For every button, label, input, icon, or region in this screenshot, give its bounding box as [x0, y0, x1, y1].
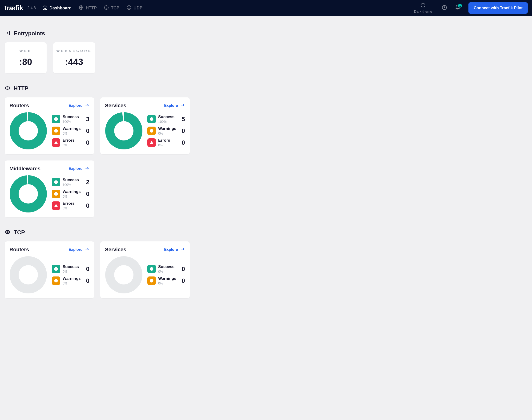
svg-point-32 [110, 261, 138, 289]
svg-point-19 [14, 180, 42, 208]
donut-chart [105, 112, 143, 150]
svg-rect-18 [151, 143, 152, 144]
stat-row-errors: Errors 0% 0 [52, 138, 90, 147]
brand-logo: træfik [4, 4, 23, 12]
stat-count: 0 [86, 277, 90, 285]
donut-chart [9, 112, 47, 150]
stat-count: 5 [182, 116, 185, 123]
svg-point-27 [14, 261, 42, 289]
entrypoint-port: :443 [65, 57, 83, 67]
stat-row-warnings: Warnings 0% 0 [147, 126, 185, 135]
entrypoint-card[interactable]: WEB :80 [5, 42, 47, 74]
success-icon [52, 265, 60, 273]
errors-icon [52, 201, 60, 210]
explore-link[interactable]: Explore [69, 103, 90, 108]
connect-pilot-button[interactable]: Connect with Traefik Pilot [469, 2, 528, 14]
stat-label: Warnings [158, 276, 179, 281]
stat-percent: 100% [63, 183, 84, 187]
stat-count: 0 [86, 190, 90, 198]
explore-link[interactable]: Explore [69, 166, 90, 172]
entrypoints-row: WEB :80 WEBSECURE :443 [5, 42, 285, 74]
warnings-icon [52, 127, 60, 135]
svg-rect-8 [56, 130, 56, 131]
globe-icon [5, 85, 10, 92]
svg-point-5 [14, 117, 42, 145]
topbar: træfik 2.4.8 Dashboard HTTP TCP UDP [0, 0, 532, 16]
theme-toggle[interactable]: Dark theme [414, 3, 432, 14]
card-title: Middlewares [9, 166, 41, 172]
explore-label: Explore [164, 104, 178, 108]
stats-card: Middlewares Explore Success 100% 2 Warni… [5, 161, 94, 217]
stat-row-success: Success 100% 2 [52, 178, 90, 187]
card-title: Routers [9, 103, 29, 109]
explore-link[interactable]: Explore [164, 103, 185, 108]
svg-rect-9 [56, 132, 56, 132]
svg-rect-15 [151, 130, 152, 131]
stat-count: 0 [86, 265, 90, 273]
stat-label: Success [158, 115, 179, 119]
stat-row-success: Success 0% 0 [147, 265, 185, 273]
warnings-icon [147, 127, 156, 135]
stat-percent: 0% [63, 206, 84, 210]
udp-icon [126, 5, 132, 11]
tcp-cards-grid: Routers Explore Success 0% 0 Warnings 0%… [5, 241, 285, 298]
stat-row-warnings: Warnings 0% 0 [147, 276, 185, 285]
svg-rect-31 [56, 281, 56, 282]
explore-label: Explore [69, 248, 82, 252]
stats-card: Routers Explore Success 0% 0 Warnings 0%… [5, 241, 94, 298]
main-nav: Dashboard HTTP TCP UDP [42, 5, 142, 11]
nav-dashboard[interactable]: Dashboard [42, 5, 72, 11]
notifications-button[interactable]: 1 [455, 5, 460, 11]
stat-row-success: Success 0% 0 [52, 265, 90, 273]
stat-row-success: Success 100% 3 [52, 115, 90, 123]
help-icon [441, 7, 447, 11]
success-icon [52, 115, 60, 123]
stat-row-warnings: Warnings 0% 0 [52, 189, 90, 198]
nav-udp[interactable]: UDP [126, 5, 142, 11]
entrypoint-port: :80 [19, 57, 32, 67]
bell-icon [455, 7, 460, 11]
stat-label: Errors [63, 201, 84, 206]
explore-link[interactable]: Explore [164, 247, 185, 253]
stat-label: Warnings [158, 126, 179, 131]
stat-label: Success [63, 178, 84, 182]
entrypoint-card[interactable]: WEBSECURE :443 [53, 42, 95, 74]
success-icon [52, 178, 60, 186]
stat-percent: 100% [63, 120, 84, 123]
help-button[interactable] [441, 5, 447, 11]
home-icon [42, 5, 47, 11]
donut-chart [9, 175, 47, 213]
svg-rect-17 [151, 142, 152, 143]
explore-label: Explore [164, 248, 178, 252]
stat-percent: 0% [158, 281, 179, 285]
section-entrypoints-head: Entrypoints [5, 30, 285, 37]
stat-percent: 0% [158, 143, 179, 147]
explore-link[interactable]: Explore [69, 247, 90, 253]
stat-percent: 0% [63, 132, 84, 135]
stat-count: 0 [86, 127, 90, 135]
card-title: Services [105, 103, 126, 109]
svg-rect-23 [56, 195, 56, 195]
errors-icon [52, 138, 60, 147]
tcp-icon [5, 229, 10, 236]
section-tcp-head: TCP [5, 229, 285, 236]
http-cards-grid: Routers Explore Success 100% 3 Warnings … [5, 97, 285, 217]
stat-row-success: Success 100% 5 [147, 115, 185, 123]
card-title: Services [105, 247, 126, 253]
globe-icon [79, 5, 84, 11]
entrypoint-name: WEBSECURE [56, 49, 92, 53]
nav-udp-label: UDP [134, 6, 142, 11]
stat-label: Errors [158, 138, 179, 143]
donut-chart [9, 256, 47, 294]
nav-http[interactable]: HTTP [79, 5, 97, 11]
arrow-right-icon [180, 247, 185, 253]
notification-badge: 1 [458, 4, 462, 8]
tcp-icon [104, 5, 109, 11]
stat-count: 2 [86, 179, 90, 186]
explore-label: Explore [69, 166, 82, 171]
svg-rect-36 [151, 281, 152, 282]
stat-label: Warnings [63, 276, 84, 281]
stat-percent: 0% [63, 143, 84, 147]
arrow-right-icon [85, 103, 90, 108]
nav-tcp[interactable]: TCP [104, 5, 119, 11]
